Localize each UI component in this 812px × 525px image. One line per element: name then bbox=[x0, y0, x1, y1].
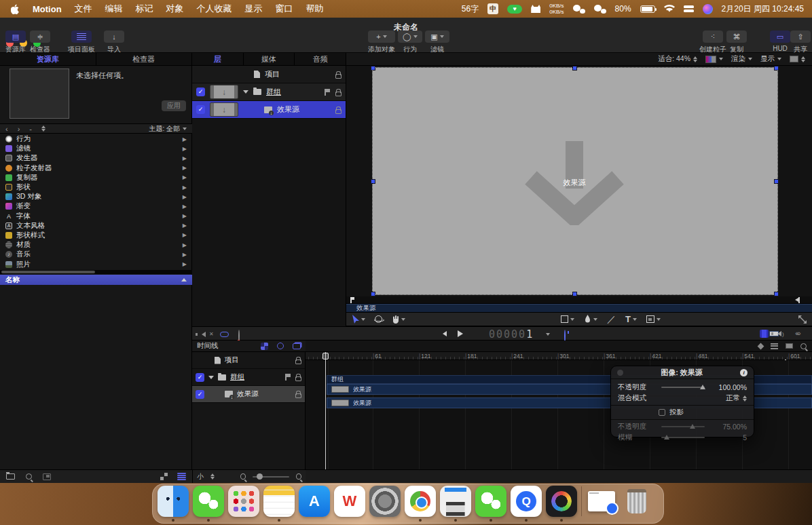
selection-handle[interactable] bbox=[774, 66, 779, 71]
dock-app-icon[interactable] bbox=[263, 486, 295, 517]
library-category[interactable]: 形状 ▶ bbox=[0, 182, 192, 192]
tab-layers[interactable]: 层 bbox=[192, 53, 244, 65]
apple-menu-icon[interactable] bbox=[11, 4, 20, 14]
add-object-button[interactable]: + 添加对象 bbox=[368, 31, 395, 54]
disclosure-arrow-icon[interactable]: ▶ bbox=[183, 146, 187, 152]
playhead[interactable] bbox=[325, 352, 326, 469]
tab-inspector[interactable]: 检查器 bbox=[96, 53, 192, 65]
dock-app-icon[interactable] bbox=[546, 486, 577, 517]
replicate-button[interactable]: ⌘ 复制 bbox=[726, 31, 747, 54]
dock-item[interactable] bbox=[546, 486, 577, 522]
dock-app-icon[interactable] bbox=[581, 486, 582, 516]
timeline-zoom-slider[interactable] bbox=[253, 476, 289, 478]
lock-icon[interactable] bbox=[295, 393, 301, 398]
dock-item[interactable] bbox=[369, 486, 401, 522]
selection-handle[interactable] bbox=[572, 66, 577, 71]
disclosure-arrow-icon[interactable]: ▶ bbox=[183, 232, 187, 238]
rectangle-tool[interactable] bbox=[561, 315, 574, 323]
shadow-opacity-slider[interactable] bbox=[661, 426, 705, 427]
dock-item[interactable]: Q bbox=[511, 486, 542, 522]
network-speed[interactable]: 0KB/s0KB/s bbox=[549, 3, 564, 15]
selection-handle[interactable] bbox=[371, 179, 375, 184]
dock-app-icon[interactable] bbox=[369, 486, 401, 517]
play-button[interactable] bbox=[458, 330, 463, 337]
go-to-start-button[interactable] bbox=[443, 331, 447, 336]
dock-item[interactable] bbox=[440, 486, 471, 522]
apply-button[interactable]: 应用 bbox=[162, 100, 186, 111]
search-icon[interactable] bbox=[26, 473, 32, 480]
channel-swatch-select[interactable] bbox=[705, 56, 723, 63]
library-category[interactable]: 照片 ▶ bbox=[0, 259, 192, 269]
show-effects-icon[interactable] bbox=[261, 343, 268, 350]
share-button[interactable]: ⇧ 共享 bbox=[790, 31, 811, 54]
show-behaviors-icon[interactable] bbox=[277, 343, 284, 349]
dock-app-icon[interactable] bbox=[158, 486, 189, 517]
dock-app-icon[interactable] bbox=[405, 486, 436, 517]
dock-item[interactable] bbox=[581, 486, 582, 521]
mask-tool[interactable] bbox=[646, 315, 661, 323]
lock-icon[interactable] bbox=[295, 359, 301, 364]
disclosure-arrow-icon[interactable]: ▶ bbox=[183, 213, 187, 219]
opacity-value[interactable]: 100.00% bbox=[719, 383, 747, 391]
layer-row-project[interactable]: 项目 bbox=[192, 66, 346, 83]
selection-handle[interactable] bbox=[774, 179, 779, 184]
library-scrollbar[interactable] bbox=[0, 270, 192, 274]
selection-handle[interactable] bbox=[774, 292, 779, 296]
dock-item[interactable] bbox=[586, 486, 617, 522]
wechat-status-icon-2[interactable] bbox=[594, 5, 606, 14]
dock-item[interactable] bbox=[193, 486, 224, 522]
library-category[interactable]: 滤镜 ▶ bbox=[0, 144, 192, 153]
line-tool[interactable]: ／ bbox=[607, 313, 616, 326]
menu-item-help[interactable]: 帮助 bbox=[306, 3, 324, 15]
show-keyframes-icon[interactable]: ‹‹‹› bbox=[795, 329, 800, 337]
dock-item[interactable] bbox=[263, 486, 295, 522]
dock-item[interactable] bbox=[405, 486, 436, 522]
dock-app-icon[interactable]: W bbox=[334, 486, 365, 517]
filters-button[interactable]: ▣ 滤镜 bbox=[425, 31, 449, 54]
track-size-stepper[interactable] bbox=[210, 473, 215, 480]
inspector-toggle-button[interactable]: ≑ 检查器 bbox=[30, 31, 50, 54]
info-icon[interactable]: i bbox=[740, 369, 748, 376]
siri-icon[interactable] bbox=[703, 4, 713, 14]
menu-item-window[interactable]: 窗口 bbox=[276, 3, 293, 15]
flag-icon[interactable] bbox=[285, 374, 291, 381]
library-category[interactable]: 行为 ▶ bbox=[0, 134, 192, 144]
disclosure-arrow-icon[interactable]: ▶ bbox=[183, 252, 187, 258]
library-category[interactable]: 材质 ▶ bbox=[0, 240, 192, 250]
blur-slider[interactable] bbox=[661, 437, 705, 438]
forward-icon[interactable]: › bbox=[18, 125, 20, 133]
library-category[interactable]: 音乐 ▶ bbox=[0, 250, 192, 259]
track-row-group[interactable]: 群组 bbox=[192, 369, 305, 386]
selection-handle[interactable] bbox=[371, 66, 375, 71]
behaviors-button[interactable]: ◯ 行为 bbox=[398, 31, 422, 54]
lock-icon[interactable] bbox=[335, 74, 342, 79]
view-menu[interactable]: 显示 bbox=[760, 54, 781, 64]
lock-icon[interactable] bbox=[295, 376, 301, 381]
zoom-out-icon[interactable] bbox=[240, 473, 246, 480]
grid-view-icon[interactable] bbox=[160, 473, 168, 480]
dock-app-icon[interactable] bbox=[228, 486, 259, 517]
keyframe-icon[interactable] bbox=[758, 343, 764, 349]
text-tool[interactable]: T bbox=[625, 314, 637, 324]
activation-checkbox[interactable] bbox=[196, 105, 205, 114]
disclosure-arrow-icon[interactable]: ▶ bbox=[183, 136, 187, 142]
timecode-display[interactable]: 000001 bbox=[489, 328, 534, 341]
activation-checkbox[interactable] bbox=[196, 390, 204, 399]
show-filters-icon[interactable] bbox=[293, 343, 301, 349]
orbit-tool[interactable] bbox=[375, 315, 382, 323]
select-tool[interactable] bbox=[352, 315, 365, 324]
selection-handle[interactable] bbox=[572, 292, 577, 296]
menu-item-favorites[interactable]: 个人收藏 bbox=[197, 3, 232, 15]
dock-item[interactable] bbox=[475, 486, 506, 522]
project-pane-button[interactable]: 项目面板 bbox=[68, 31, 95, 54]
viewport-layout-select[interactable] bbox=[790, 56, 805, 62]
menu-item-object[interactable]: 对象 bbox=[166, 3, 184, 15]
menu-item-edit[interactable]: 编辑 bbox=[105, 3, 123, 15]
activation-checkbox[interactable] bbox=[196, 373, 204, 382]
loop-button[interactable] bbox=[220, 332, 229, 337]
status-word-count[interactable]: 56字 bbox=[462, 3, 479, 15]
lock-icon[interactable] bbox=[335, 109, 342, 114]
stage-manager-icon[interactable] bbox=[684, 5, 694, 14]
dock-app-icon[interactable]: A bbox=[299, 486, 330, 517]
disclosure-arrow-icon[interactable]: ▶ bbox=[183, 242, 187, 248]
